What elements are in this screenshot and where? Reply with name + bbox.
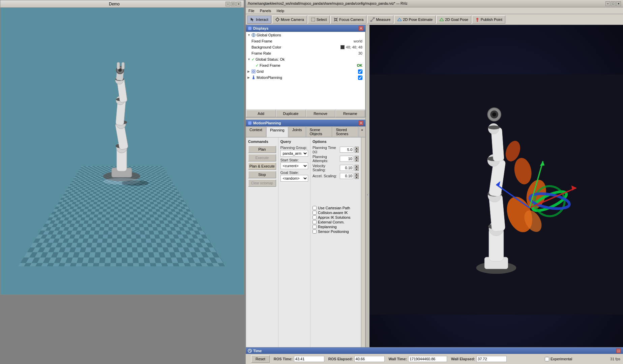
ros-elapsed-field: ROS Elapsed: [328, 356, 385, 362]
time-panel-expand[interactable]: □ [616, 348, 621, 353]
sensor-positioning-cb[interactable] [313, 230, 317, 234]
globe-icon [251, 33, 256, 37]
tab-stored-scenes[interactable]: Stored Scenes [332, 126, 358, 137]
move-camera-btn[interactable]: Move Camera [272, 16, 307, 24]
grid-row[interactable]: ▶ Grid [246, 68, 365, 74]
time-bar: Time □ Reset ROS Time: ROS Elapsed: Wall… [246, 347, 623, 364]
interact-btn[interactable]: Interact [247, 16, 271, 24]
reset-btn[interactable]: Reset [251, 355, 270, 363]
ros-time-input[interactable] [294, 356, 324, 362]
left-panels: Displays × ▼ [246, 25, 365, 364]
wall-time-input[interactable] [408, 356, 447, 362]
svg-rect-29 [248, 27, 251, 30]
tab-context[interactable]: Context [246, 126, 266, 137]
planning-time-up[interactable]: ▲ [355, 147, 359, 150]
velocity-up[interactable]: ▲ [355, 165, 359, 168]
svg-rect-22 [312, 18, 315, 21]
focus-camera-btn[interactable]: Focus Camera [330, 16, 366, 24]
accel-down[interactable]: ▼ [355, 176, 359, 179]
start-state-select[interactable]: <current> [280, 162, 308, 169]
plan-btn[interactable]: Plan [248, 146, 276, 153]
rviz-3d-scene [369, 25, 623, 364]
publish-point-btn[interactable]: Publish Point [472, 16, 505, 24]
clear-octomap-btn[interactable]: Clear octomap [248, 179, 276, 187]
approx-ik-cb[interactable] [313, 215, 317, 219]
execute-btn[interactable]: Execute [248, 154, 276, 161]
global-status-row[interactable]: ▼ ✓ Global Status: Ok [246, 56, 365, 62]
remove-display-btn[interactable]: Remove [306, 110, 335, 117]
replanning-cb[interactable] [313, 225, 317, 229]
motion-planning-display-row[interactable]: ▶ MotionPlanning [246, 74, 365, 81]
displays-panel-close[interactable]: × [359, 26, 363, 31]
goal-pose-btn[interactable]: 2D Goal Pose [436, 16, 471, 24]
svg-rect-24 [370, 21, 372, 22]
planning-attempts-input[interactable] [340, 156, 353, 162]
svg-rect-17 [117, 62, 120, 69]
rename-display-btn[interactable]: Rename [335, 110, 365, 117]
tab-more[interactable]: » [359, 126, 365, 137]
rviz-maximize-btn[interactable]: □ [611, 1, 616, 6]
planning-group-select[interactable]: panda_arm [280, 150, 308, 157]
robot-icon [251, 75, 256, 80]
demo-title: Demo [3, 2, 226, 6]
planning-time-down[interactable]: ▼ [355, 150, 359, 153]
experimental-checkbox[interactable] [545, 357, 549, 361]
panel-collapse-handle[interactable]: ‹ [365, 25, 369, 364]
displays-panel-icon [248, 26, 252, 30]
svg-line-75 [250, 351, 251, 352]
tab-scene-objects[interactable]: Scene Objects [306, 126, 332, 137]
rviz-titlebar: /home/sangtaeklee/ros2_ws/install/mujoco… [246, 0, 623, 7]
tab-planning[interactable]: Planning [266, 127, 288, 137]
menu-panels[interactable]: Panels [260, 9, 271, 13]
demo-close-btn[interactable]: × [236, 2, 241, 6]
demo-maximize-btn[interactable]: □ [231, 2, 236, 6]
duplicate-display-btn[interactable]: Duplicate [276, 110, 305, 117]
demo-minimize-btn[interactable]: − [226, 2, 230, 6]
planning-group-row: Planning Group: panda_arm [280, 146, 308, 157]
planning-time-spin: ▲ ▼ [355, 147, 359, 153]
accel-up[interactable]: ▲ [355, 173, 359, 176]
displays-panel-header: Displays × [246, 25, 365, 32]
displays-buttons: Add Duplicate Remove Rename [246, 110, 365, 117]
goal-state-row: Goal State: <random> [280, 171, 308, 182]
menu-help[interactable]: Help [276, 9, 284, 13]
motion-planning-checkbox[interactable] [358, 75, 362, 80]
wall-time-field: Wall Time: [389, 356, 447, 362]
svg-point-28 [476, 18, 478, 20]
planning-attempts-up[interactable]: ▲ [355, 156, 359, 159]
external-comm-cb[interactable] [313, 220, 317, 224]
svg-rect-40 [248, 121, 251, 125]
cursor-icon [250, 17, 255, 22]
accel-scaling-input[interactable] [340, 173, 353, 179]
velocity-down[interactable]: ▼ [355, 168, 359, 171]
planning-time-row: Planning Time (s): ▲ ▼ [313, 146, 359, 154]
add-display-btn[interactable]: Add [246, 110, 276, 117]
collision-aware-cb[interactable] [313, 211, 317, 215]
stop-btn[interactable]: Stop [248, 171, 276, 178]
time-header: Time □ [246, 347, 623, 354]
wall-elapsed-input[interactable] [476, 356, 507, 362]
velocity-scaling-input[interactable] [340, 165, 353, 171]
rviz-3d-viewport [369, 25, 623, 364]
motion-scrollbar[interactable] [361, 138, 365, 348]
svg-point-58 [492, 113, 496, 117]
displays-tree: ▼ Global Options Fixed Frame [246, 32, 365, 110]
tab-joints[interactable]: Joints [289, 126, 306, 137]
grid-checkbox[interactable] [358, 69, 362, 74]
goal-state-select[interactable]: <random> [280, 175, 308, 182]
use-cartesian-cb[interactable] [313, 206, 317, 210]
measure-btn[interactable]: Measure [367, 16, 393, 24]
plan-execute-btn[interactable]: Plan & Execute [248, 162, 276, 170]
motion-panel-close[interactable]: × [359, 121, 363, 125]
rviz-close-btn[interactable]: × [616, 1, 621, 6]
select-btn[interactable]: Select [308, 16, 330, 24]
ros-elapsed-input[interactable] [354, 356, 385, 362]
velocity-scaling-spin: ▲ ▼ [355, 165, 359, 171]
pose-estimate-btn[interactable]: 2D Pose Estimate [394, 16, 436, 24]
planning-attempts-down[interactable]: ▼ [355, 159, 359, 162]
global-options-row[interactable]: ▼ Global Options [246, 32, 365, 38]
menubar: File Panels Help [246, 7, 623, 14]
planning-time-input[interactable] [340, 147, 353, 153]
rviz-minimize-btn[interactable]: − [605, 1, 610, 6]
menu-file[interactable]: File [248, 9, 255, 13]
